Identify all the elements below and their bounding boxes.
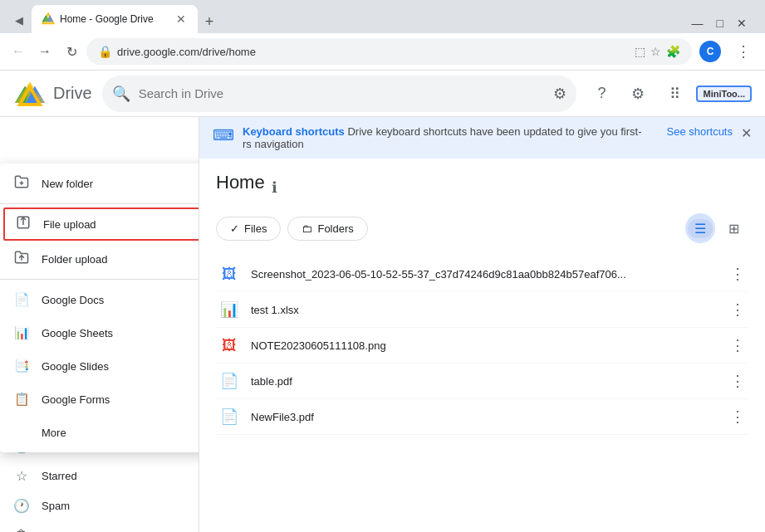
tab-title: Home - Google Drive — [60, 13, 169, 25]
tab-folders[interactable]: 🗀 Folders — [287, 217, 367, 241]
grid-view-icon: ⊞ — [728, 221, 739, 237]
search-input[interactable] — [139, 86, 546, 100]
settings-button[interactable]: ⚙ — [623, 79, 653, 109]
spam-icon: 🕐 — [13, 498, 30, 514]
content-tabs: ✓ Files 🗀 Folders ☰ ⊞ — [216, 213, 748, 243]
files-check-icon: ✓ — [230, 222, 239, 235]
sidebar: New folder Alt+C then F File upload Alt+… — [0, 117, 199, 532]
close-window-button[interactable]: ✕ — [730, 13, 753, 33]
sidebar-item-trash[interactable]: 🗑 Trash — [0, 520, 192, 532]
menu-item-more[interactable]: More ▶ — [0, 416, 199, 449]
file-more-2[interactable]: ⋮ — [727, 297, 748, 322]
menu-item-google-forms[interactable]: 📋 Google Forms ▶ — [0, 383, 199, 416]
notification-close-button[interactable]: ✕ — [741, 125, 752, 141]
tab-files[interactable]: ✓ Files — [216, 217, 281, 241]
notification-banner: ⌨ Keyboard shortcuts Drive keyboard shor… — [199, 117, 765, 159]
file-item-2[interactable]: 📊 test 1.xlsx ⋮ — [216, 292, 748, 328]
back-button[interactable]: ← — [7, 40, 30, 63]
maximize-button[interactable]: □ — [710, 13, 730, 33]
trash-icon: 🗑 — [13, 528, 30, 532]
more-label: More — [42, 427, 199, 439]
search-bar[interactable]: 🔍 ⚙ — [102, 76, 577, 112]
menu-item-new-folder[interactable]: New folder Alt+C then F — [0, 167, 199, 200]
file-icon-5: 📄 — [216, 408, 243, 426]
app-name-label: Drive — [53, 84, 92, 103]
account-button[interactable]: C — [695, 37, 725, 66]
file-upload-shortcut: Alt+C then U — [199, 219, 199, 229]
url-text: drive.google.com/drive/home — [117, 46, 630, 58]
file-icon-2: 📊 — [216, 300, 243, 319]
browser-tab[interactable]: Home - Google Drive ✕ — [32, 5, 198, 33]
menu-item-google-sheets[interactable]: 📊 Google Sheets ▶ — [0, 316, 199, 349]
refresh-button[interactable]: ↻ — [60, 40, 83, 63]
view-toggle: ☰ ⊞ — [685, 213, 748, 243]
file-item-4[interactable]: 📄 table.pdf ⋮ — [216, 364, 748, 399]
notification-text2: rs navigation — [243, 138, 304, 150]
google-sheets-label: Google Sheets — [42, 327, 199, 339]
tab-close-button[interactable]: ✕ — [174, 11, 188, 27]
file-item-1[interactable]: 🖼 Screenshot_2023-06-05-10-52-55-37_c37d… — [216, 256, 748, 292]
spam-label: Spam — [42, 500, 179, 512]
notification-text: Drive keyboard shortcuts have been updat… — [347, 125, 641, 138]
list-view-button[interactable]: ☰ — [685, 213, 715, 243]
extensions-icon[interactable]: 🧩 — [666, 45, 680, 58]
url-bar[interactable]: 🔒 drive.google.com/drive/home ⬚ ☆ 🧩 — [86, 38, 692, 65]
grid-view-button[interactable]: ⊞ — [718, 213, 748, 243]
cast-icon: ⬚ — [635, 45, 645, 58]
apps-button[interactable]: ⠿ — [660, 79, 689, 109]
google-docs-icon: 📄 — [13, 292, 30, 307]
menu-item-file-upload[interactable]: File upload Alt+C then U — [3, 207, 199, 241]
file-more-4[interactable]: ⋮ — [727, 368, 748, 393]
list-view-icon: ☰ — [688, 219, 713, 238]
new-folder-label: New folder — [42, 178, 190, 190]
security-icon: 🔒 — [98, 45, 112, 58]
new-folder-icon — [13, 174, 30, 193]
notification-icon: ⌨ — [213, 126, 234, 144]
google-docs-label: Google Docs — [42, 294, 199, 306]
file-name-2: test 1.xlsx — [251, 304, 727, 316]
file-name-1: Screenshot_2023-06-05-10-52-55-37_c37d74… — [251, 268, 727, 281]
google-sheets-icon: 📊 — [13, 325, 30, 340]
forward-button[interactable]: → — [33, 40, 56, 63]
file-more-3[interactable]: ⋮ — [727, 333, 748, 358]
content-area: ⌨ Keyboard shortcuts Drive keyboard shor… — [199, 117, 765, 532]
folders-icon: 🗀 — [302, 222, 312, 235]
folders-tab-label: Folders — [317, 222, 353, 235]
menu-divider-2 — [0, 279, 199, 280]
file-item-5[interactable]: 📄 NewFile3.pdf ⋮ — [216, 399, 748, 435]
search-settings-icon[interactable]: ⚙ — [553, 85, 566, 103]
drive-favicon-icon — [42, 12, 55, 26]
minimize-button[interactable]: — — [685, 13, 710, 33]
new-tab-button[interactable]: + — [198, 10, 221, 33]
google-slides-icon: 📑 — [13, 359, 30, 373]
menu-divider-1 — [0, 203, 199, 204]
file-icon-3: 🖼 — [216, 337, 243, 354]
folder-upload-label: Folder upload — [42, 253, 193, 266]
trash-label: Trash — [42, 530, 179, 533]
file-upload-label: File upload — [43, 218, 187, 231]
bookmark-icon[interactable]: ☆ — [650, 45, 661, 58]
sidebar-item-starred[interactable]: ☆ Starred — [0, 461, 192, 491]
google-slides-label: Google Slides — [42, 360, 199, 373]
drive-logo-icon — [13, 80, 47, 108]
sidebar-item-spam[interactable]: 🕐 Spam — [0, 491, 192, 520]
search-icon: 🔍 — [112, 85, 130, 103]
starred-label: Starred — [42, 470, 179, 482]
dropdown-menu: New folder Alt+C then F File upload Alt+… — [0, 164, 199, 452]
file-more-5[interactable]: ⋮ — [727, 404, 748, 429]
file-upload-icon — [15, 215, 32, 233]
page-title: Home — [216, 172, 265, 193]
page-info-icon[interactable]: ℹ — [272, 178, 277, 197]
starred-icon: ☆ — [13, 468, 30, 484]
menu-item-google-slides[interactable]: 📑 Google Slides ▶ — [0, 349, 199, 383]
see-shortcuts-link[interactable]: See shortcuts — [667, 125, 733, 138]
help-button[interactable]: ? — [586, 79, 616, 109]
file-list: 🖼 Screenshot_2023-06-05-10-52-55-37_c37d… — [216, 256, 748, 435]
browser-menu-button[interactable]: ⋮ — [728, 37, 758, 66]
menu-item-google-docs[interactable]: 📄 Google Docs ▶ — [0, 283, 199, 316]
menu-item-folder-upload[interactable]: Folder upload Alt+C then I — [0, 242, 199, 276]
notification-content: Keyboard shortcuts Drive keyboard shortc… — [243, 125, 659, 150]
file-item-3[interactable]: 🖼 NOTE20230605111108.png ⋮ — [216, 328, 748, 364]
file-name-5: NewFile3.pdf — [251, 411, 727, 423]
file-more-1[interactable]: ⋮ — [727, 261, 748, 286]
